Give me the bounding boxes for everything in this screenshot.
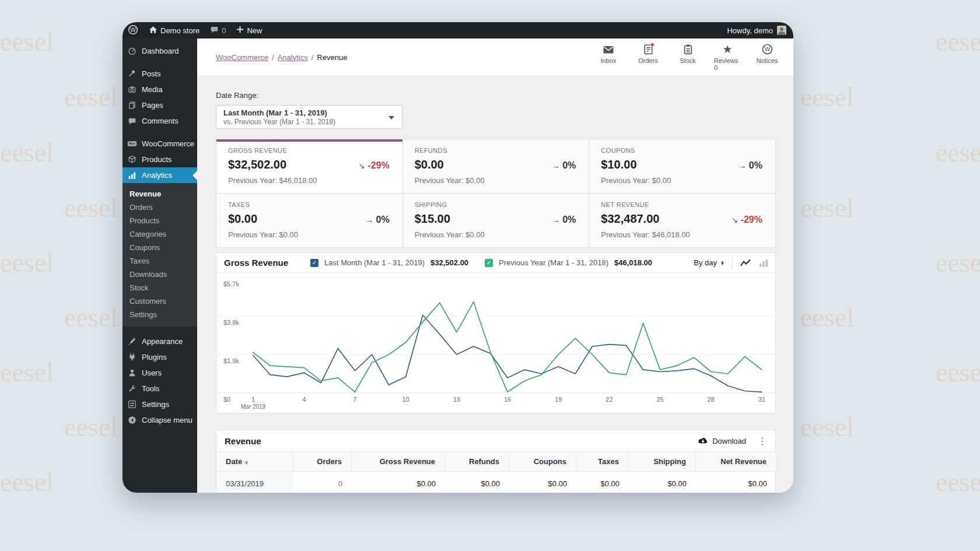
column-header-shipping[interactable]: Shipping xyxy=(629,451,696,472)
inbox-button[interactable]: Inbox xyxy=(595,44,622,71)
column-header-orders[interactable]: Orders xyxy=(293,451,352,472)
submenu-item-downloads[interactable]: Downloads xyxy=(123,268,197,281)
trend-flat-icon: → xyxy=(365,215,373,224)
sidebar-item-appearance[interactable]: Appearance xyxy=(123,334,197,349)
column-header-net-revenue[interactable]: Net Revenue xyxy=(696,451,776,472)
checkbox-checked-icon[interactable]: ✓ xyxy=(310,259,318,267)
card-previous-value: Previous Year: $46,018.00 xyxy=(228,176,391,185)
svg-text:19: 19 xyxy=(555,396,562,403)
sidebar-item-tools[interactable]: Tools xyxy=(123,381,197,396)
legend-last-month[interactable]: ✓ Last Month (Mar 1 - 31, 2019) $32,502.… xyxy=(310,258,468,267)
column-header-date[interactable]: Date∨ xyxy=(216,451,293,472)
submenu-item-customers[interactable]: Customers xyxy=(123,294,197,308)
wordpress-logo-button[interactable]: W xyxy=(123,22,144,38)
sidebar-item-label: Pages xyxy=(142,101,163,110)
clipboard-icon xyxy=(683,44,693,55)
sidebar-item-plugins[interactable]: Plugins xyxy=(123,349,197,365)
column-header-gross-revenue[interactable]: Gross Revenue xyxy=(352,451,445,472)
watermark-text: eesel xyxy=(800,412,854,443)
kebab-menu-icon[interactable]: ⋮ xyxy=(758,436,767,447)
revenue-table-panel: Revenue Download ⋮ Date∨ Orders Gross Re… xyxy=(216,430,776,493)
breadcrumb-woocommerce-link[interactable]: WooCommerce xyxy=(216,53,268,62)
summary-card-gross-revenue[interactable]: GROSS REVENUE $32,502.00 ↘ -29% Previous… xyxy=(216,139,402,193)
card-previous-value: Previous Year: $0.00 xyxy=(415,230,578,239)
notices-button[interactable]: W Notices xyxy=(754,44,780,71)
cell-gross-revenue: $0.00 xyxy=(352,472,445,493)
cell-taxes: $0.00 xyxy=(576,472,629,493)
card-value: $0.00 xyxy=(228,212,257,226)
column-header-coupons[interactable]: Coupons xyxy=(509,451,576,472)
notices-label: Notices xyxy=(757,57,778,64)
sidebar-item-woocommerce[interactable]: Woo WooCommerce xyxy=(123,136,197,152)
sidebar-item-dashboard[interactable]: Dashboard xyxy=(123,43,197,59)
select-arrows-icon: ▲▼ xyxy=(720,261,724,265)
watermark-text: eesel xyxy=(0,466,54,497)
admin-comments-button[interactable]: 0 xyxy=(205,22,231,38)
bar-chart-type-button[interactable] xyxy=(759,259,768,267)
sidebar-item-products[interactable]: Products xyxy=(123,152,197,167)
summary-cards: GROSS REVENUE $32,502.00 ↘ -29% Previous… xyxy=(216,139,776,248)
submenu-item-taxes[interactable]: Taxes xyxy=(123,254,197,268)
column-header-taxes[interactable]: Taxes xyxy=(576,451,629,472)
watermark-text: eesel xyxy=(64,412,118,443)
reviews-button[interactable]: ★ Reviews 0 xyxy=(714,44,741,71)
sidebar-item-label: Plugins xyxy=(142,353,167,362)
download-button[interactable]: Download xyxy=(698,437,746,445)
sidebar-item-analytics[interactable]: Analytics xyxy=(123,167,197,183)
home-icon xyxy=(149,26,158,36)
summary-card-net-revenue[interactable]: NET REVENUE $32,487.00 ↘ -29% Previous Y… xyxy=(589,194,775,247)
howdy-label[interactable]: Howdy, demo xyxy=(727,26,773,35)
breadcrumb-analytics-link[interactable]: Analytics xyxy=(278,53,308,62)
orders-count-link[interactable]: 0 xyxy=(338,479,342,488)
summary-card-shipping[interactable]: SHIPPING $15.00 → 0% Previous Year: $0.0… xyxy=(403,194,589,247)
column-header-refunds[interactable]: Refunds xyxy=(445,451,509,472)
line-chart-type-button[interactable] xyxy=(740,259,751,267)
checkbox-checked-icon[interactable]: ✓ xyxy=(485,259,493,267)
submenu-item-revenue[interactable]: Revenue xyxy=(123,187,197,201)
browser-window: W Demo store 0 New Howdy, demo xyxy=(123,22,793,493)
submenu-item-orders[interactable]: Orders xyxy=(123,201,197,214)
submenu-item-settings[interactable]: Settings xyxy=(123,308,197,321)
sidebar-item-posts[interactable]: Posts xyxy=(123,66,197,82)
bar-chart-icon xyxy=(127,171,137,180)
sidebar-item-collapse-menu[interactable]: Collapse menu xyxy=(123,412,197,428)
sidebar-item-settings[interactable]: Settings xyxy=(123,396,197,412)
sidebar-item-label: Tools xyxy=(142,384,159,393)
sidebar-item-users[interactable]: Users xyxy=(123,365,197,381)
user-avatar[interactable] xyxy=(777,26,786,35)
interval-label: By day xyxy=(694,258,717,267)
submenu-item-products[interactable]: Products xyxy=(123,214,197,227)
submenu-item-coupons[interactable]: Coupons xyxy=(123,241,197,254)
sidebar-item-label: Analytics xyxy=(142,171,172,180)
page-title: Revenue xyxy=(317,53,347,62)
svg-text:$1.9k: $1.9k xyxy=(223,357,239,364)
orders-button[interactable]: Orders xyxy=(635,44,662,71)
submenu-item-categories[interactable]: Categories xyxy=(123,227,197,241)
sidebar-item-pages[interactable]: Pages xyxy=(123,97,197,113)
svg-text:W: W xyxy=(764,46,770,52)
new-content-button[interactable]: New xyxy=(231,22,267,38)
svg-text:Mar 2019: Mar 2019 xyxy=(241,403,266,410)
interval-select[interactable]: By day ▲▼ xyxy=(694,258,724,267)
site-name-menu[interactable]: Demo store xyxy=(144,22,205,38)
legend-previous-year[interactable]: ✓ Previous Year (Mar 1 - 31, 2018) $46,0… xyxy=(485,258,652,267)
summary-card-coupons[interactable]: COUPONS $10.00 → 0% Previous Year: $0.00 xyxy=(589,139,775,193)
breadcrumb-separator: / xyxy=(312,53,314,62)
card-label: TAXES xyxy=(228,201,391,208)
submenu-item-stock[interactable]: Stock xyxy=(123,281,197,294)
summary-card-refunds[interactable]: REFUNDS $0.00 → 0% Previous Year: $0.00 xyxy=(403,139,589,193)
orders-badge xyxy=(650,43,654,47)
collapse-icon xyxy=(127,416,137,424)
brush-icon xyxy=(127,337,137,346)
date-range-select[interactable]: Last Month (Mar 1 - 31, 2019) vs. Previo… xyxy=(216,105,402,129)
watermark-text: eesel xyxy=(800,192,854,223)
plus-icon xyxy=(236,26,244,35)
sidebar-item-comments[interactable]: Comments xyxy=(123,113,197,129)
woocommerce-icon: Woo xyxy=(127,139,137,148)
trend-flat-icon: → xyxy=(552,161,560,170)
stock-button[interactable]: Stock xyxy=(674,44,701,71)
summary-card-taxes[interactable]: TAXES $0.00 → 0% Previous Year: $0.00 xyxy=(216,194,402,247)
new-label: New xyxy=(247,26,262,35)
trend-down-icon: ↘ xyxy=(358,161,365,170)
sidebar-item-media[interactable]: Media xyxy=(123,82,197,97)
